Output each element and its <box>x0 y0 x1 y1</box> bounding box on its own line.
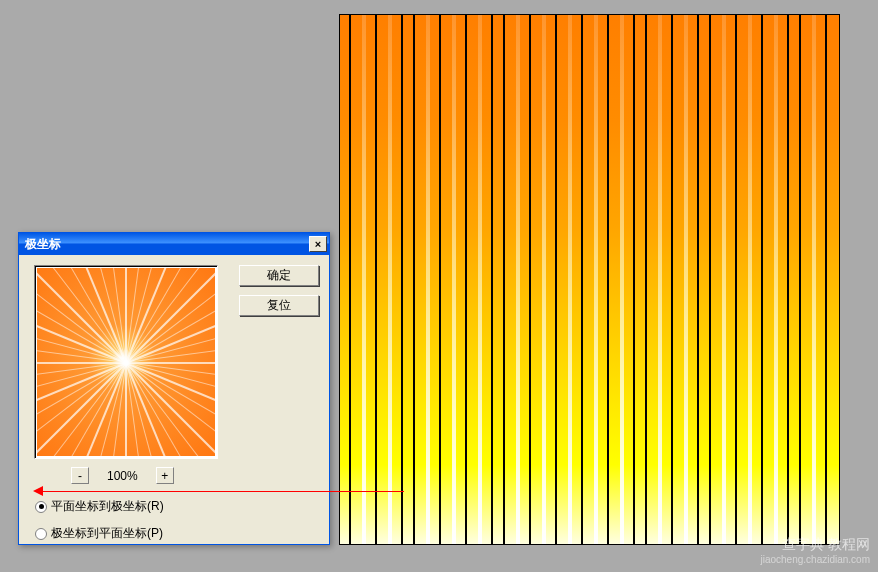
canvas-preview <box>339 14 840 545</box>
stripe-light <box>388 15 392 544</box>
stripe-light <box>516 15 520 544</box>
dialog-title: 极坐标 <box>25 236 61 253</box>
stripe-dark <box>709 15 711 544</box>
reset-button[interactable]: 复位 <box>239 295 319 316</box>
stripe-light <box>362 15 366 544</box>
stripe-dark <box>607 15 609 544</box>
radio-rect-to-polar[interactable]: 平面坐标到极坐标(R) <box>35 498 164 515</box>
stripe-dark <box>465 15 467 544</box>
stripe-dark <box>735 15 737 544</box>
stripe-dark <box>401 15 403 544</box>
stripe-dark <box>503 15 505 544</box>
stripe-light <box>722 15 726 544</box>
ok-label: 确定 <box>267 267 291 284</box>
dialog-titlebar[interactable]: 极坐标 × <box>19 233 329 255</box>
stripe-dark <box>413 15 415 544</box>
stripe-light <box>452 15 456 544</box>
stripe-light <box>774 15 778 544</box>
radio-label: 极坐标到平面坐标(P) <box>51 525 163 542</box>
stripe-light <box>748 15 752 544</box>
stripe-light <box>594 15 598 544</box>
stripe-light <box>684 15 688 544</box>
preview-ray <box>125 363 127 456</box>
stripe-light <box>658 15 662 544</box>
zoom-in-button[interactable]: + <box>156 467 174 484</box>
ok-button[interactable]: 确定 <box>239 265 319 286</box>
stripe-dark <box>697 15 699 544</box>
radio-icon <box>35 501 47 513</box>
stripe-light <box>426 15 430 544</box>
radio-icon <box>35 528 47 540</box>
stripe-dark <box>671 15 673 544</box>
stripe-light <box>478 15 482 544</box>
reset-label: 复位 <box>267 297 291 314</box>
stripe-dark <box>581 15 583 544</box>
stripe-dark <box>633 15 635 544</box>
stripe-dark <box>555 15 557 544</box>
annotation-line <box>41 491 404 492</box>
conversion-options: 平面坐标到极坐标(R) 极坐标到平面坐标(P) <box>35 498 164 552</box>
zoom-value: 100% <box>107 469 138 483</box>
preview-ray <box>37 362 126 364</box>
zoom-out-button[interactable]: - <box>71 467 89 484</box>
stripe-dark <box>375 15 377 544</box>
dialog-body: - 100% + 确定 复位 平面坐标到极坐标(R) 极 <box>19 255 329 275</box>
stripe-dark <box>799 15 801 544</box>
minus-icon: - <box>78 469 82 483</box>
watermark-sub: jiaocheng.chazidian.com <box>760 553 870 566</box>
stripe-dark <box>761 15 763 544</box>
radio-selected-icon <box>39 504 44 509</box>
stripe-dark <box>349 15 351 544</box>
stripe-dark <box>825 15 827 544</box>
stripe-dark <box>439 15 441 544</box>
stripe-light <box>568 15 572 544</box>
close-icon: × <box>315 238 321 250</box>
plus-icon: + <box>161 469 168 483</box>
stripe-dark <box>787 15 789 544</box>
stripe-light <box>542 15 546 544</box>
radio-label: 平面坐标到极坐标(R) <box>51 498 164 515</box>
close-button[interactable]: × <box>309 236 327 252</box>
stripe-light <box>620 15 624 544</box>
stripe-light <box>812 15 816 544</box>
stripe-dark <box>529 15 531 544</box>
watermark-main: 查字典 教程网 <box>760 535 870 553</box>
filter-preview[interactable] <box>34 265 218 459</box>
radio-polar-to-rect[interactable]: 极坐标到平面坐标(P) <box>35 525 164 542</box>
polar-coordinates-dialog: 极坐标 × - 100% + 确定 复位 <box>18 232 330 545</box>
stripe-dark <box>645 15 647 544</box>
zoom-controls: - 100% + <box>71 467 174 484</box>
preview-image <box>37 268 215 456</box>
watermark: 查字典 教程网 jiaocheng.chazidian.com <box>760 535 870 566</box>
stripe-dark <box>491 15 493 544</box>
